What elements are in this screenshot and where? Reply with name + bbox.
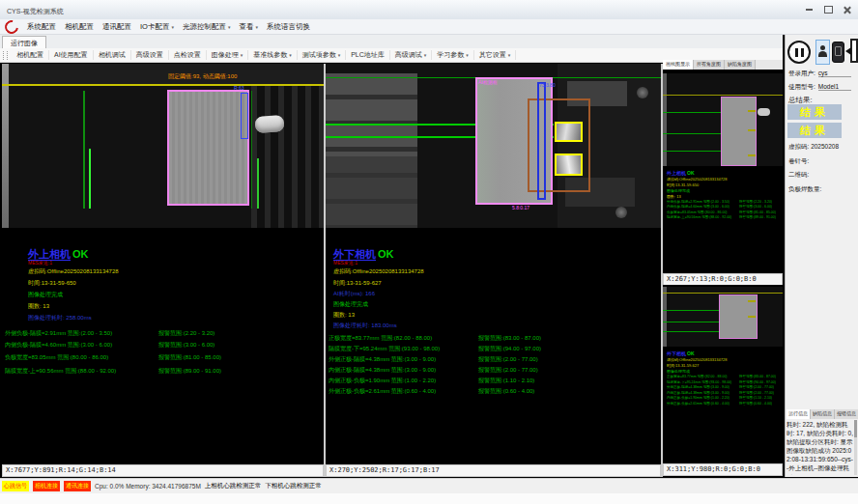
mes-status: MES发送:1 [333,260,358,266]
window-title: CYS-视觉检测系统 [7,7,64,16]
mini-overlay-text: 外下相机OK 虚拟码:Offline20250208133134728 时间:1… [667,350,783,406]
alarm-range: 报警范围:(2.00 - 77.00) [478,355,538,364]
tool-advanced-settings[interactable]: 高级设置 [131,50,169,60]
login-user-value: cys [818,70,851,77]
overlay-lower: 外下相机OK MES发送:1 虚拟码:Offline20250208133134… [326,228,661,463]
camera-view-lower[interactable]: AI检测框 73.3.80 5.8:0.17 [326,64,661,228]
tab-defect-angles[interactable]: 缺陷角度图 [725,60,756,70]
measurement-row: 内侧负极-隔膜=4.60mm 范围:(3.00 - 6.00)报警范围:(3.0… [5,341,324,350]
tab-error-info[interactable]: 报错信息 [835,409,858,419]
tool-test-params[interactable]: 测试项参数 [298,50,347,60]
threshold-label: 固定阈值:93, 动态阈值:100 [168,72,237,81]
bolt [615,207,627,218]
thumbnail-column: 画线图显示 所有角度图 缺陷角度图 外上相机OK 虚拟码:Offline2025… [663,60,783,477]
menu-camera-config[interactable]: 相机配置 [65,22,94,32]
baseline-yellow [663,95,783,96]
virtual-code: 虚拟码:Offline20250208133134728 [28,267,119,276]
tab-defect-info[interactable]: 缺陷信息 [811,409,835,419]
machine-edge [663,287,667,347]
process-time: 图像处理耗时: 258.00ms [28,314,92,322]
cpu-memory-status: Cpu: 0.0% Memory: 3424.41796875M [95,483,201,490]
menu-system-config[interactable]: 系统配置 [27,22,56,32]
edge-line-green [663,133,721,134]
menu-language-switch[interactable]: 系统语言切换 [267,22,310,32]
edge-line-green [663,331,719,332]
electrode-roi [167,90,249,206]
tab-run-image[interactable]: 运行图像 [2,36,46,48]
menu-comm-config[interactable]: 通讯配置 [102,22,131,32]
alarm-range: 报警范围:(89.00 - 91.00) [158,367,221,376]
mini-overlay-text: 外上相机OK 虚拟码:Offline20250208133134728 时间:1… [667,170,783,220]
minimize-button[interactable] [802,4,815,15]
weld-tab-box [555,122,583,142]
coordbar-lower: X:270;Y:2502;R:17;G:17;B:17 [326,464,661,477]
lap-count: 圈数: 13 [28,302,49,311]
tool-advanced-debug[interactable]: 高级调试 [390,50,433,60]
tool-learning-params[interactable]: 学习参数 [432,50,474,60]
menu-light-config[interactable]: 光源控制配置 [183,22,231,32]
user-button[interactable] [815,40,830,65]
maximize-icon [824,6,833,14]
ok-status: OK [72,248,89,260]
menu-io-config[interactable]: IO卡配置 [140,22,174,32]
tab-run-info[interactable]: 运行信息 [786,409,811,419]
virtual-code-row: 虚拟码: 20250208 [788,143,839,152]
measurement-row: 内侧正极-负极=1.90mm 范围:(1.00 - 2.20)报警范围:(1.1… [329,377,647,385]
thumbnail-lower[interactable]: 外下相机OK 虚拟码:Offline20250208133134728 时间:1… [663,285,783,463]
measurement-row: 外侧正极-负极=2.61mm 范围:(0.60 - 4.00)报警范围:(0.6… [329,387,647,396]
capture-time: 时间:13-31-59-650 [28,279,76,288]
coordbar-upper: X:7677;Y:891;R:14;G:14;B:14 [2,464,324,477]
log-scrollbar[interactable] [854,420,857,475]
ok-status: OK [378,248,394,260]
edge-line-green [251,91,252,209]
weld-count-row: 负极焊数量: [788,185,821,194]
tool-image-processing[interactable]: 图像处理 [207,50,249,60]
tool-camera-config[interactable]: 相机配置 [12,50,49,60]
bolt [637,87,648,98]
coordbar-thumb2: X:311;Y:980;R:0;G:0;B:0 [663,463,783,476]
maximize-button[interactable] [821,4,835,15]
tab-line-view[interactable]: 画线图显示 [663,60,694,70]
baseline-yellow [2,84,324,86]
pause-icon [795,48,798,57]
process-done: 图像处理完成 [333,300,368,309]
exit-button[interactable] [845,39,858,64]
tool-plc-address[interactable]: PLC地址库 [346,50,390,60]
alarm-range: 报警范围:(3.00 - 6.00) [158,341,214,350]
close-icon [844,6,851,14]
process-time: 图像处理耗时: 183.00ms [333,322,397,330]
thumbnail-upper[interactable]: 外上相机OK 虚拟码:Offline20250208133134728 时间:1… [663,70,783,273]
pink-measure-label: 5.8:0.17 [512,205,529,210]
machine-background [9,64,324,84]
camera-panel-lower: AI检测框 73.3.80 5.8:0.17 外下相机OK MES发送:1 虚拟… [326,64,661,463]
machine-background [251,64,324,228]
measurement-row: 正极宽度=83.77mm 范围:(82.00 - 88.00)报警范围:(83.… [329,334,647,343]
log-text: 耗时: 222, 缺陷检测耗时: 17, 缺陷分类耗时: 0, 缺陷提取分区耗时… [786,420,853,475]
camera-view-upper[interactable]: 固定阈值:93, 动态阈值:100 R:63 [2,64,324,228]
edge-line-green [663,151,721,152]
tab-all-angles[interactable]: 所有角度图 [694,60,725,70]
tool-other-settings[interactable]: 其它设置 [474,50,517,60]
close-button[interactable] [841,4,854,15]
menu-view[interactable]: 查看 [239,22,258,32]
tool-spot-check[interactable]: 点检设置 [169,50,207,60]
app-window: CYS-视觉检测系统 系统配置 相机配置 通讯配置 IO卡配置 光源控制配置 查… [0,0,858,504]
edge-line-green [663,112,721,113]
upper-camera-heartbeat: 上相机心跳检测正常 [205,482,262,490]
toolbar-grip[interactable] [3,51,8,60]
scrollbar-thumb[interactable] [854,420,857,437]
tool-baseline-params[interactable]: 基准线参数 [248,50,298,60]
tool-camera-debug[interactable]: 相机调试 [94,50,131,60]
camera-connect-badge: 相机连接 [33,481,60,491]
camera-panel-upper: 固定阈值:93, 动态阈值:100 R:63 外上相机OK MES发送:1 虚拟… [2,64,324,463]
sidebar: 登录用户:cys 使用型号:Model1 总结果: 结果 结果 虚拟码: 202… [785,35,858,477]
settings-button[interactable] [832,42,844,63]
pause-button[interactable] [787,41,811,64]
user-icon [818,51,827,57]
settings-icon [835,46,842,56]
alarm-range: 报警范围:(0.60 - 4.00) [478,387,534,396]
weld-tab-blob [254,115,284,133]
tool-ai-config[interactable]: AI使用配置 [49,50,94,60]
ai-box-label: AI检测框 [478,79,498,85]
process-done: 图像处理完成 [28,291,63,299]
